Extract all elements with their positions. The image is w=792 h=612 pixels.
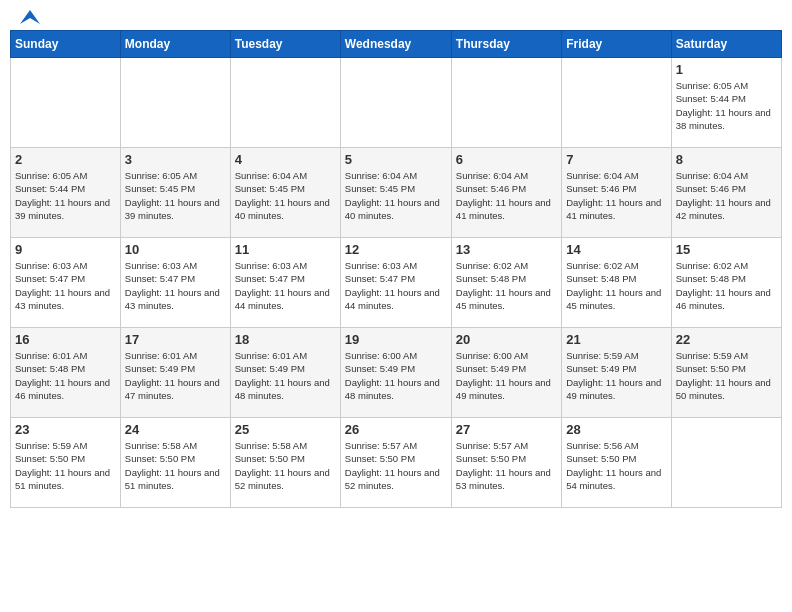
calendar-table: SundayMondayTuesdayWednesdayThursdayFrid… bbox=[10, 30, 782, 508]
day-number: 20 bbox=[456, 332, 557, 347]
day-number: 17 bbox=[125, 332, 226, 347]
day-of-week-header: Monday bbox=[120, 31, 230, 58]
calendar-cell: 26Sunrise: 5:57 AM Sunset: 5:50 PM Dayli… bbox=[340, 418, 451, 508]
day-info: Sunrise: 6:05 AM Sunset: 5:44 PM Dayligh… bbox=[15, 169, 116, 222]
calendar-cell: 19Sunrise: 6:00 AM Sunset: 5:49 PM Dayli… bbox=[340, 328, 451, 418]
day-info: Sunrise: 5:58 AM Sunset: 5:50 PM Dayligh… bbox=[235, 439, 336, 492]
day-number: 15 bbox=[676, 242, 777, 257]
calendar-cell: 2Sunrise: 6:05 AM Sunset: 5:44 PM Daylig… bbox=[11, 148, 121, 238]
calendar-week-row: 9Sunrise: 6:03 AM Sunset: 5:47 PM Daylig… bbox=[11, 238, 782, 328]
day-info: Sunrise: 6:04 AM Sunset: 5:45 PM Dayligh… bbox=[235, 169, 336, 222]
day-number: 7 bbox=[566, 152, 666, 167]
day-info: Sunrise: 6:05 AM Sunset: 5:45 PM Dayligh… bbox=[125, 169, 226, 222]
calendar-cell: 1Sunrise: 6:05 AM Sunset: 5:44 PM Daylig… bbox=[671, 58, 781, 148]
calendar-cell bbox=[11, 58, 121, 148]
page-header bbox=[10, 10, 782, 22]
day-info: Sunrise: 6:04 AM Sunset: 5:46 PM Dayligh… bbox=[676, 169, 777, 222]
calendar-week-row: 16Sunrise: 6:01 AM Sunset: 5:48 PM Dayli… bbox=[11, 328, 782, 418]
calendar-cell: 5Sunrise: 6:04 AM Sunset: 5:45 PM Daylig… bbox=[340, 148, 451, 238]
calendar-cell: 22Sunrise: 5:59 AM Sunset: 5:50 PM Dayli… bbox=[671, 328, 781, 418]
day-number: 2 bbox=[15, 152, 116, 167]
calendar-week-row: 1Sunrise: 6:05 AM Sunset: 5:44 PM Daylig… bbox=[11, 58, 782, 148]
calendar-cell: 21Sunrise: 5:59 AM Sunset: 5:49 PM Dayli… bbox=[562, 328, 671, 418]
calendar-cell bbox=[340, 58, 451, 148]
calendar-cell: 27Sunrise: 5:57 AM Sunset: 5:50 PM Dayli… bbox=[451, 418, 561, 508]
day-number: 8 bbox=[676, 152, 777, 167]
day-info: Sunrise: 5:59 AM Sunset: 5:50 PM Dayligh… bbox=[676, 349, 777, 402]
day-of-week-header: Thursday bbox=[451, 31, 561, 58]
day-info: Sunrise: 6:03 AM Sunset: 5:47 PM Dayligh… bbox=[345, 259, 447, 312]
day-number: 1 bbox=[676, 62, 777, 77]
calendar-cell: 14Sunrise: 6:02 AM Sunset: 5:48 PM Dayli… bbox=[562, 238, 671, 328]
calendar-cell bbox=[451, 58, 561, 148]
day-info: Sunrise: 6:05 AM Sunset: 5:44 PM Dayligh… bbox=[676, 79, 777, 132]
calendar-cell: 23Sunrise: 5:59 AM Sunset: 5:50 PM Dayli… bbox=[11, 418, 121, 508]
calendar-cell bbox=[230, 58, 340, 148]
day-number: 26 bbox=[345, 422, 447, 437]
day-number: 3 bbox=[125, 152, 226, 167]
calendar-cell: 18Sunrise: 6:01 AM Sunset: 5:49 PM Dayli… bbox=[230, 328, 340, 418]
day-info: Sunrise: 6:04 AM Sunset: 5:46 PM Dayligh… bbox=[456, 169, 557, 222]
day-of-week-header: Friday bbox=[562, 31, 671, 58]
day-of-week-header: Sunday bbox=[11, 31, 121, 58]
calendar-cell: 3Sunrise: 6:05 AM Sunset: 5:45 PM Daylig… bbox=[120, 148, 230, 238]
day-info: Sunrise: 5:57 AM Sunset: 5:50 PM Dayligh… bbox=[345, 439, 447, 492]
calendar-cell: 9Sunrise: 6:03 AM Sunset: 5:47 PM Daylig… bbox=[11, 238, 121, 328]
calendar-cell: 20Sunrise: 6:00 AM Sunset: 5:49 PM Dayli… bbox=[451, 328, 561, 418]
day-number: 22 bbox=[676, 332, 777, 347]
day-info: Sunrise: 5:59 AM Sunset: 5:50 PM Dayligh… bbox=[15, 439, 116, 492]
day-info: Sunrise: 5:59 AM Sunset: 5:49 PM Dayligh… bbox=[566, 349, 666, 402]
day-number: 10 bbox=[125, 242, 226, 257]
day-info: Sunrise: 6:02 AM Sunset: 5:48 PM Dayligh… bbox=[676, 259, 777, 312]
calendar-cell: 7Sunrise: 6:04 AM Sunset: 5:46 PM Daylig… bbox=[562, 148, 671, 238]
calendar-cell bbox=[671, 418, 781, 508]
day-info: Sunrise: 6:00 AM Sunset: 5:49 PM Dayligh… bbox=[345, 349, 447, 402]
day-info: Sunrise: 6:02 AM Sunset: 5:48 PM Dayligh… bbox=[566, 259, 666, 312]
svg-marker-0 bbox=[20, 10, 40, 24]
calendar-cell: 24Sunrise: 5:58 AM Sunset: 5:50 PM Dayli… bbox=[120, 418, 230, 508]
day-info: Sunrise: 6:01 AM Sunset: 5:49 PM Dayligh… bbox=[125, 349, 226, 402]
day-number: 13 bbox=[456, 242, 557, 257]
day-number: 12 bbox=[345, 242, 447, 257]
day-number: 14 bbox=[566, 242, 666, 257]
day-of-week-header: Tuesday bbox=[230, 31, 340, 58]
calendar-cell bbox=[120, 58, 230, 148]
day-number: 11 bbox=[235, 242, 336, 257]
calendar-cell: 17Sunrise: 6:01 AM Sunset: 5:49 PM Dayli… bbox=[120, 328, 230, 418]
calendar-cell: 10Sunrise: 6:03 AM Sunset: 5:47 PM Dayli… bbox=[120, 238, 230, 328]
calendar-header-row: SundayMondayTuesdayWednesdayThursdayFrid… bbox=[11, 31, 782, 58]
day-info: Sunrise: 6:04 AM Sunset: 5:45 PM Dayligh… bbox=[345, 169, 447, 222]
day-info: Sunrise: 6:01 AM Sunset: 5:48 PM Dayligh… bbox=[15, 349, 116, 402]
day-number: 6 bbox=[456, 152, 557, 167]
day-number: 18 bbox=[235, 332, 336, 347]
day-number: 21 bbox=[566, 332, 666, 347]
calendar-week-row: 2Sunrise: 6:05 AM Sunset: 5:44 PM Daylig… bbox=[11, 148, 782, 238]
calendar-cell: 11Sunrise: 6:03 AM Sunset: 5:47 PM Dayli… bbox=[230, 238, 340, 328]
logo-bird-icon bbox=[16, 6, 44, 28]
calendar-cell bbox=[562, 58, 671, 148]
day-of-week-header: Saturday bbox=[671, 31, 781, 58]
day-number: 4 bbox=[235, 152, 336, 167]
logo bbox=[14, 10, 44, 22]
day-info: Sunrise: 6:04 AM Sunset: 5:46 PM Dayligh… bbox=[566, 169, 666, 222]
day-info: Sunrise: 6:01 AM Sunset: 5:49 PM Dayligh… bbox=[235, 349, 336, 402]
calendar-cell: 15Sunrise: 6:02 AM Sunset: 5:48 PM Dayli… bbox=[671, 238, 781, 328]
day-info: Sunrise: 6:00 AM Sunset: 5:49 PM Dayligh… bbox=[456, 349, 557, 402]
day-info: Sunrise: 6:02 AM Sunset: 5:48 PM Dayligh… bbox=[456, 259, 557, 312]
calendar-cell: 16Sunrise: 6:01 AM Sunset: 5:48 PM Dayli… bbox=[11, 328, 121, 418]
day-info: Sunrise: 6:03 AM Sunset: 5:47 PM Dayligh… bbox=[125, 259, 226, 312]
day-info: Sunrise: 5:56 AM Sunset: 5:50 PM Dayligh… bbox=[566, 439, 666, 492]
day-number: 16 bbox=[15, 332, 116, 347]
day-number: 19 bbox=[345, 332, 447, 347]
calendar-week-row: 23Sunrise: 5:59 AM Sunset: 5:50 PM Dayli… bbox=[11, 418, 782, 508]
day-number: 9 bbox=[15, 242, 116, 257]
day-info: Sunrise: 5:58 AM Sunset: 5:50 PM Dayligh… bbox=[125, 439, 226, 492]
calendar-cell: 8Sunrise: 6:04 AM Sunset: 5:46 PM Daylig… bbox=[671, 148, 781, 238]
day-number: 28 bbox=[566, 422, 666, 437]
calendar-cell: 28Sunrise: 5:56 AM Sunset: 5:50 PM Dayli… bbox=[562, 418, 671, 508]
day-of-week-header: Wednesday bbox=[340, 31, 451, 58]
day-number: 25 bbox=[235, 422, 336, 437]
calendar-cell: 12Sunrise: 6:03 AM Sunset: 5:47 PM Dayli… bbox=[340, 238, 451, 328]
day-number: 24 bbox=[125, 422, 226, 437]
calendar-cell: 13Sunrise: 6:02 AM Sunset: 5:48 PM Dayli… bbox=[451, 238, 561, 328]
